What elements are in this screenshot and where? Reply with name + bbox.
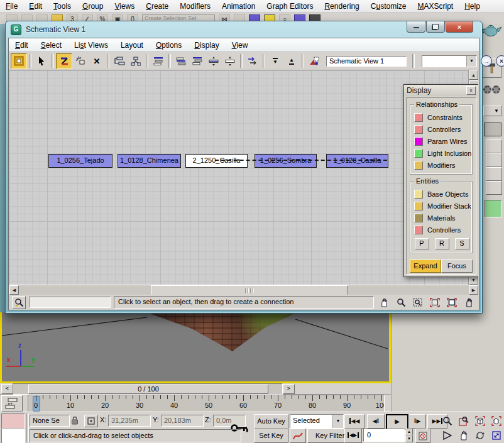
rollout-button[interactable] (486, 167, 502, 181)
perspective-viewport[interactable]: z x y (0, 312, 391, 383)
menu-modifiers[interactable]: Modifiers (174, 1, 216, 12)
hierarchy-mode-button[interactable] (111, 53, 128, 69)
focus-button[interactable]: Focus (441, 260, 473, 273)
maxscript-mini-listener-white[interactable] (1, 429, 25, 443)
next-frame-button[interactable]: ‖▶ (408, 414, 426, 429)
menu-edit[interactable]: Edit (23, 1, 48, 12)
view-name-field[interactable]: Schematic View 1 (326, 56, 407, 67)
previous-frame-arrow[interactable]: < (1, 384, 13, 394)
menu-group[interactable]: Group (77, 1, 109, 12)
menu-tools[interactable]: Tools (48, 1, 77, 12)
maxscript-mini-listener-pink[interactable] (1, 413, 25, 429)
horizontal-scroll-thumb[interactable] (151, 285, 348, 295)
zoom-button[interactable] (440, 414, 455, 427)
delete-objects-button[interactable]: ✕ (89, 53, 105, 69)
schematic-node[interactable]: 1_0128_Casilla (326, 154, 388, 168)
menu-rendering[interactable]: Rendering (319, 1, 364, 12)
time-slider-thumb[interactable]: 0 / 100 (28, 385, 268, 394)
color-toggle-swatch[interactable] (414, 125, 423, 134)
schematic-node[interactable]: 2_1250_Casilla (185, 154, 248, 168)
selection-lock-toggle[interactable] (69, 415, 80, 426)
time-slider-track[interactable]: 0 / 100 (13, 383, 283, 395)
zoom-extents-all-button[interactable] (489, 414, 504, 427)
go-to-start-button[interactable]: ◀◀ (344, 414, 364, 429)
play-button[interactable]: ▶ (386, 414, 408, 430)
auto-key-button[interactable]: Auto Key (254, 414, 288, 429)
bookmark-dropdown[interactable]: ▼ (422, 55, 477, 67)
teapot-render-icon[interactable] (480, 21, 503, 39)
spinner-up-icon[interactable]: ▲ (405, 429, 413, 435)
reference-mode-button[interactable] (128, 53, 144, 69)
sv-menu-display[interactable]: Display (188, 40, 225, 51)
color-toggle-swatch[interactable] (414, 137, 423, 146)
sv-menu-options[interactable]: Options (150, 40, 188, 51)
color-toggle-swatch[interactable] (414, 161, 423, 170)
free-selected-button[interactable] (222, 53, 238, 69)
sv-menu-view[interactable]: View (226, 40, 255, 51)
menu-file[interactable]: File (0, 1, 23, 12)
entity-filter-button-p[interactable]: P (415, 238, 429, 249)
select-tool-button[interactable] (33, 53, 50, 69)
close-icon[interactable]: x (466, 86, 476, 95)
mini-curve-editor-button[interactable] (1, 395, 23, 412)
rollout-button[interactable] (486, 153, 502, 167)
coord-x-field[interactable]: 31,235m (108, 415, 151, 427)
expand-button[interactable]: Expand (410, 260, 441, 273)
schematic-search-field[interactable] (29, 297, 111, 308)
spinner-down-icon[interactable]: ▼ (405, 435, 413, 442)
display-floater-toggle[interactable] (11, 53, 27, 69)
restore-button[interactable] (426, 21, 445, 33)
entity-filter-button-s[interactable]: S (455, 238, 469, 249)
time-configuration-button[interactable] (415, 429, 430, 443)
default-tangents-button[interactable] (290, 429, 306, 443)
more-utilities-icon[interactable] (483, 82, 502, 96)
next-frame-arrow[interactable]: > (283, 384, 295, 394)
menu-create[interactable]: Create (140, 1, 174, 12)
zoom-extents-button[interactable] (473, 414, 488, 427)
frame-spinner[interactable]: ▲ ▼ (405, 429, 413, 442)
chevron-down-icon[interactable]: ▼ (466, 56, 476, 67)
next-bookmark-button[interactable]: → (481, 55, 492, 67)
pan-selected-button[interactable] (462, 296, 476, 309)
preferences-button[interactable] (306, 53, 322, 69)
chevron-down-icon[interactable]: ▼ (332, 415, 343, 428)
menu-animation[interactable]: Animation (216, 1, 261, 12)
rollout-button[interactable] (486, 181, 502, 195)
key-mode-toggle-button[interactable]: ◀▶ (344, 429, 362, 443)
schematic-canvas[interactable]: 1_0256_Tejado1_0128_Chimenea2_1250_Casil… (9, 70, 478, 285)
zoom-extents-button[interactable] (428, 296, 442, 309)
track-bar-ruler[interactable]: 0102030405060708090100 (28, 395, 385, 412)
color-toggle-swatch[interactable] (414, 113, 423, 122)
minimize-button[interactable] (407, 21, 425, 33)
zoom-button[interactable] (394, 296, 408, 309)
key-mode-dropdown[interactable]: Selected ▼ (290, 414, 344, 429)
always-arrange-button[interactable] (150, 53, 167, 69)
previous-frame-button[interactable]: ◀‖ (367, 414, 385, 429)
color-toggle-swatch[interactable] (414, 214, 423, 222)
schematic-node[interactable]: 1_0256_Sombra (255, 154, 317, 168)
current-frame-field[interactable]: 0 (363, 429, 405, 442)
move-children-button[interactable] (244, 53, 261, 69)
color-toggle-swatch[interactable] (414, 190, 423, 199)
arrange-children-button[interactable] (173, 53, 189, 69)
unlink-selected-button[interactable] (72, 53, 89, 69)
horizontal-scrollbar[interactable]: ◀ ▶ (9, 285, 478, 295)
display-floater-titlebar[interactable]: Display x (404, 85, 478, 96)
zoom-extents-selected-button[interactable] (445, 296, 459, 309)
rollout-button[interactable] (486, 139, 502, 153)
bookmark-button[interactable] (12, 296, 26, 309)
color-toggle-swatch[interactable] (414, 149, 423, 158)
free-all-button[interactable] (205, 53, 222, 69)
coord-y-field[interactable]: 20,183m (161, 415, 204, 427)
zoom-region-button[interactable] (411, 296, 425, 309)
menu-maxscript[interactable]: MAXScript (412, 1, 459, 12)
color-toggle-swatch[interactable] (414, 226, 423, 234)
schematic-node[interactable]: 1_0256_Tejado (48, 154, 112, 168)
pan-button[interactable] (377, 296, 391, 309)
arrange-selected-button[interactable] (189, 53, 205, 69)
absolute-offset-toggle[interactable] (84, 415, 98, 427)
menu-help[interactable]: Help (459, 1, 486, 12)
color-toggle-swatch[interactable] (414, 202, 423, 211)
scroll-right-icon[interactable]: ▶ (469, 285, 478, 295)
sv-menu-list-views[interactable]: List Views (68, 40, 114, 51)
